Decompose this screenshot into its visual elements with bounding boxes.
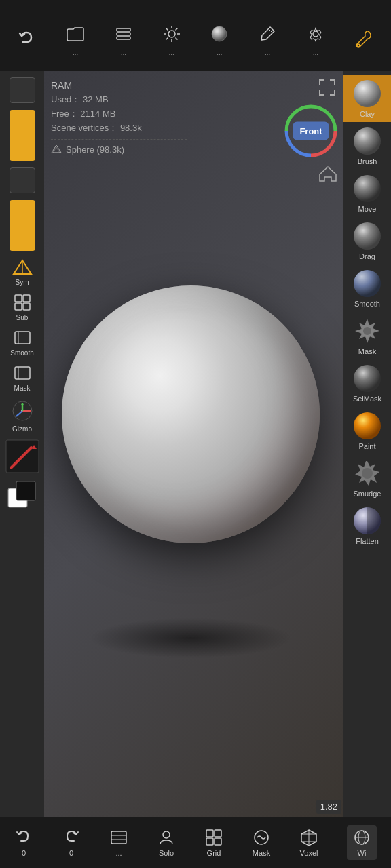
svg-rect-0 <box>117 28 130 31</box>
smooth-left-label: Smooth <box>10 349 33 357</box>
gear-icon <box>303 22 328 46</box>
topo-dots: ... <box>115 849 122 857</box>
color-dark-btn[interactable] <box>3 75 41 106</box>
vertices-info: Scene vertices： 98.3k <box>51 121 187 136</box>
pen-tool-btn[interactable]: ... <box>255 22 280 56</box>
svg-rect-18 <box>15 295 22 302</box>
pen-dots: ... <box>265 49 270 56</box>
wi-btn[interactable]: Wi <box>347 825 377 860</box>
wrench-tool-btn[interactable] <box>352 27 376 52</box>
layers-tool-btn[interactable]: ... <box>111 22 136 56</box>
svg-rect-21 <box>23 303 30 310</box>
light-tool-btn[interactable]: ... <box>160 22 184 56</box>
svg-point-44 <box>354 80 381 107</box>
left-sidebar: Sym Sub Smooth Mask <box>0 71 44 817</box>
sub-label: Sub <box>16 314 29 321</box>
svg-point-3 <box>168 31 175 37</box>
bottom-toolbar: 0 0 ... Solo Grid <box>0 817 391 868</box>
redo-count: 0 <box>69 849 73 857</box>
mask-label: Mask <box>358 347 376 355</box>
smudge-icon <box>352 458 382 488</box>
solo-btn[interactable]: Solo <box>157 828 176 857</box>
color-yellow-btn[interactable] <box>3 107 41 163</box>
mask-left-label: Mask <box>14 384 31 392</box>
brush-stroke-btn[interactable] <box>3 437 41 476</box>
view-cube-label[interactable]: Front <box>293 122 329 140</box>
svg-rect-64 <box>215 838 221 845</box>
topo-icon <box>109 828 128 847</box>
redo-btn[interactable]: 0 <box>62 828 81 857</box>
home-icon <box>318 163 338 184</box>
svg-rect-63 <box>206 838 213 845</box>
settings-tool-btn[interactable]: ... <box>303 22 328 56</box>
voxel-icon <box>299 828 318 847</box>
used-value: 32 MB <box>83 94 109 104</box>
color-squares-btn[interactable] <box>3 477 41 514</box>
grid-btn[interactable]: Grid <box>204 828 223 857</box>
color-dark2-btn[interactable] <box>3 165 41 196</box>
color-yellow2-btn[interactable] <box>3 197 41 254</box>
wi-label: Wi <box>358 849 367 857</box>
svg-line-10 <box>175 28 177 31</box>
svg-point-12 <box>212 26 227 41</box>
layers-icon <box>111 22 136 46</box>
gizmo-btn[interactable]: Gizmo <box>3 396 41 435</box>
svg-rect-22 <box>15 332 30 344</box>
flatten-tool-btn[interactable]: Flatten <box>343 502 391 549</box>
smudge-label: Smudge <box>354 490 381 498</box>
svg-rect-20 <box>23 295 30 302</box>
smooth-ball-icon <box>352 269 382 298</box>
sub-icon <box>13 293 32 312</box>
view-cube[interactable]: Front <box>284 104 338 158</box>
ram-label: RAM <box>51 78 187 93</box>
dark-color-swatch <box>10 77 35 103</box>
material-tool-btn[interactable]: ... <box>207 22 231 56</box>
smooth-left-btn[interactable]: Smooth <box>3 326 41 359</box>
svg-point-55 <box>362 468 373 479</box>
mask-icon <box>352 316 382 346</box>
home-btn[interactable] <box>318 163 338 184</box>
undo-tool-btn[interactable] <box>15 27 39 52</box>
move-tool-btn[interactable]: Move <box>343 170 391 217</box>
svg-rect-1 <box>117 33 130 35</box>
selmask-tool-btn[interactable]: SelMask <box>343 359 391 407</box>
voxel-btn[interactable]: Voxel <box>299 828 318 857</box>
subdivide-btn[interactable]: Sub <box>3 290 41 324</box>
canvas-area[interactable]: RAM Used： 32 MB Free： 2114 MB Scene vert… <box>44 71 343 817</box>
pen-icon <box>255 22 280 46</box>
layers-dots: ... <box>121 49 126 56</box>
sphere-mesh <box>62 285 320 543</box>
mask-bottom-btn[interactable]: Mask <box>252 828 271 857</box>
sym-icon <box>12 258 33 277</box>
mesh-icon <box>51 144 62 155</box>
vertices-value: 98.3k <box>120 123 142 133</box>
grid-label: Grid <box>207 849 221 857</box>
symmetry-btn[interactable]: Sym <box>3 255 41 289</box>
svg-rect-19 <box>15 303 22 310</box>
drag-tool-btn[interactable]: Drag <box>343 217 391 264</box>
svg-point-48 <box>354 270 381 297</box>
topo-btn[interactable]: ... <box>109 828 128 857</box>
expand-btn[interactable] <box>316 77 338 98</box>
svg-point-15 <box>357 44 360 47</box>
paint-label: Paint <box>358 442 375 450</box>
mesh-name: Sphere (98.3k) <box>66 143 124 157</box>
move-label: Move <box>358 205 377 213</box>
redo-bottom-icon <box>62 828 81 847</box>
mask-left-btn[interactable]: Mask <box>3 361 41 395</box>
svg-line-8 <box>166 28 168 31</box>
smooth-tool-btn[interactable]: Smooth <box>343 264 391 312</box>
clay-tool-btn[interactable]: Clay <box>343 75 391 122</box>
folder-dots: ... <box>73 49 78 56</box>
smudge-tool-btn[interactable]: Smudge <box>343 454 391 502</box>
move-ball-icon <box>352 174 382 203</box>
svg-marker-42 <box>53 147 60 153</box>
brush-tool-btn[interactable]: Brush <box>343 122 391 170</box>
folder-tool-btn[interactable]: ... <box>63 22 88 56</box>
paint-tool-btn[interactable]: Paint <box>343 407 391 454</box>
undo-btn[interactable]: 0 <box>14 828 33 857</box>
svg-point-47 <box>354 222 381 250</box>
mask-tool-btn[interactable]: Mask <box>343 312 391 359</box>
material-icon <box>207 22 231 46</box>
selmask-ball-icon <box>352 363 382 393</box>
